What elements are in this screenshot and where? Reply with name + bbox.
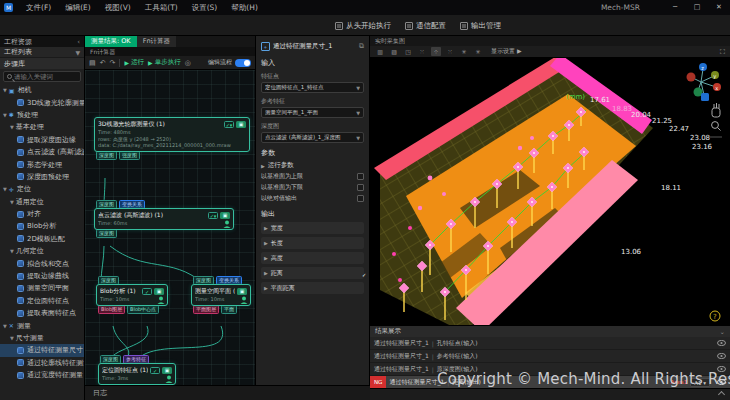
results-header[interactable]: 结果展示⌄ xyxy=(370,326,730,337)
grid-medium-icon[interactable]: ⁘ xyxy=(431,47,441,56)
output-manager-button[interactable]: 输出管理 xyxy=(460,21,501,31)
reference-feature-select[interactable]: 测量空间平面_1_平面▼ xyxy=(261,107,364,118)
tree-item[interactable]: 3D线激光轮廓测量仪 xyxy=(0,96,84,108)
param-checkbox-row[interactable]: 以绝对值输出 xyxy=(261,193,364,204)
port-intensity-map[interactable]: 强度图 xyxy=(119,151,140,160)
output-row-flatness[interactable]: ▶平面距离 xyxy=(261,282,364,294)
menu-toolbox[interactable]: 工具箱(T) xyxy=(138,3,185,13)
menu-view[interactable]: 视图(V) xyxy=(98,3,138,13)
tree-group[interactable]: ▼尺寸测量 xyxy=(0,332,84,344)
node-canvas[interactable]: 3D线激光轮廓测量仪 (1) ✓▾ ▣ Time: 480ms rows: 高度… xyxy=(85,70,255,385)
node-measure-plane[interactable]: 深度图 变换关系 测量空间平面 (1) ▣ Time: 10ms 平面图层 平面 xyxy=(191,276,251,314)
node-status-icon[interactable]: ✓ xyxy=(150,367,160,374)
tree-item[interactable]: 提取表面特征点 xyxy=(0,307,84,319)
tree-item-selected[interactable]: 通过特征测量尺寸 xyxy=(0,344,84,356)
collapse-sidebar-icon[interactable]: ‹ xyxy=(77,38,80,46)
output-row-distance[interactable]: ▶距离 xyxy=(261,267,364,279)
node-status-icon[interactable]: ✓ xyxy=(142,288,152,295)
depth-map-select[interactable]: 点云滤波 (高斯滤波)_1_深度图▼ xyxy=(261,132,364,143)
result-row[interactable]: 通过特征测量尺寸_1|孔特征点(输入) xyxy=(370,337,730,350)
param-checkbox-row[interactable]: 以基准面为下限 xyxy=(261,182,364,193)
port-plane[interactable]: 平面 xyxy=(221,305,237,314)
filter-icon[interactable]: ◎ xyxy=(185,58,191,68)
node-visualize-icon[interactable]: ▣ xyxy=(236,121,246,128)
tree-category-camera[interactable]: ▼▣相机 xyxy=(0,84,84,96)
snow-icon[interactable]: ✳ xyxy=(459,47,469,56)
tree-category-preprocess[interactable]: ▼✱预处理 xyxy=(0,109,84,121)
tab-fn-calculator[interactable]: Fn计算器 xyxy=(137,36,176,47)
checkbox-icon[interactable] xyxy=(357,195,364,202)
node-locate-circle-feature[interactable]: 深度图 参考特征 定位圆特征点 (1) ✓ ▣ Time: 3ms xyxy=(98,355,176,385)
node-cloud-filter[interactable]: 深度图 变换关系 点云滤波 (高斯滤波) (1) ✓▾ ▣ Time: 60ms xyxy=(94,200,234,238)
tree-item[interactable]: 2D模板匹配 xyxy=(0,233,84,245)
menu-edit[interactable]: 编辑(E) xyxy=(58,3,98,13)
port-blob-center[interactable]: Blob中心点 xyxy=(127,305,159,314)
node-status-icon[interactable]: ✓▾ xyxy=(224,121,234,128)
step-search-box[interactable] xyxy=(3,71,81,82)
run-button[interactable]: ▶运行 xyxy=(124,58,144,67)
communication-config-button[interactable]: 通信配置 xyxy=(405,21,446,31)
tree-item[interactable]: 深度图预处理 xyxy=(0,171,84,183)
eye-icon[interactable] xyxy=(717,340,726,346)
undo-icon[interactable]: ↶ xyxy=(100,58,106,68)
minimize-button[interactable]: ─ xyxy=(664,0,686,15)
eye-icon[interactable] xyxy=(717,353,726,359)
node-status-icon[interactable]: ✓▾ xyxy=(208,212,218,219)
tree-group[interactable]: ▼基本处理 xyxy=(0,121,84,133)
run-params-group[interactable]: ▶运行参数 xyxy=(261,160,364,171)
tree-item[interactable]: 定位圆特征点 xyxy=(0,295,84,307)
output-row-length[interactable]: ▶长度 xyxy=(261,237,364,249)
menu-file[interactable]: 文件(F) xyxy=(19,3,58,13)
tree-item[interactable]: 通过轮廓线特征测量 xyxy=(0,357,84,369)
log-bar[interactable]: 日志 xyxy=(85,385,370,400)
display-settings-button[interactable]: 显示设置 ▶ xyxy=(491,47,522,56)
tree-group[interactable]: ▼通用定位 xyxy=(0,196,84,208)
tab-measure-result[interactable]: 测量结果: OK xyxy=(85,36,137,47)
step-run-button[interactable]: ▶单步执行 xyxy=(148,58,181,67)
feature-point-select[interactable]: 定位圆特征点_1_特征点▼ xyxy=(261,82,364,93)
expand-icon[interactable]: ⛶ xyxy=(720,48,725,56)
checker-view-icon[interactable]: ▨ xyxy=(389,47,399,56)
tree-item[interactable]: 通过宽度特征测量 xyxy=(0,369,84,381)
project-list-dropdown[interactable]: 工程列表▼ xyxy=(0,47,84,58)
scene-3d[interactable]: (mm) 17.61 18.83 20.04 21.25 22.47 23.08… xyxy=(370,58,730,325)
maximize-button[interactable]: □ xyxy=(686,0,708,15)
tree-item[interactable]: 形态学处理 xyxy=(0,158,84,170)
tree-item[interactable]: 点云滤波 (高斯滤波) xyxy=(0,146,84,158)
tree-item[interactable]: 提取深度图边缘 xyxy=(0,134,84,146)
node-visualize-icon[interactable]: ▣ xyxy=(237,288,247,295)
tree-item[interactable]: 测量空间平面 xyxy=(0,282,84,294)
node-blob-analysis[interactable]: 深度图 Blob分析 (1) ✓ ▣ Time: 10ms Blob图层 Bl xyxy=(96,276,168,314)
close-button[interactable]: ✕ xyxy=(708,0,730,15)
checkbox-icon[interactable] xyxy=(357,184,364,191)
node-visualize-icon[interactable]: ▣ xyxy=(154,288,164,295)
snow2-icon[interactable]: ✳ xyxy=(473,47,483,56)
tree-category-locate[interactable]: ▼✛定位 xyxy=(0,183,84,195)
menu-help[interactable]: 帮助(H) xyxy=(224,3,265,13)
port-blob-layer[interactable]: Blob图层 xyxy=(98,305,125,314)
tree-item[interactable]: 拟合线和交点 xyxy=(0,257,84,269)
output-row-width[interactable]: ▶宽度 xyxy=(261,222,364,234)
menu-settings[interactable]: 设置(S) xyxy=(185,3,225,13)
tree-item[interactable]: 对齐 xyxy=(0,208,84,220)
grid-small-icon[interactable]: ⁙ xyxy=(417,47,427,56)
tree-category-measure[interactable]: ▼✕测量 xyxy=(0,319,84,331)
chevron-up-icon[interactable] xyxy=(718,391,725,398)
port-plane-layer[interactable]: 平面图层 xyxy=(193,305,219,314)
projection-view-icon[interactable]: ◳ xyxy=(403,47,413,56)
node-visualize-icon[interactable]: ▣ xyxy=(162,367,172,374)
grid-large-icon[interactable]: ⁙ xyxy=(445,47,455,56)
output-row-height[interactable]: ▶高度 xyxy=(261,252,364,264)
param-checkbox-row[interactable]: 以基准面为上限 xyxy=(261,171,364,182)
panel-layout-icon[interactable]: ⧉ xyxy=(359,42,364,50)
tree-item[interactable]: 提取边缘曲线 xyxy=(0,270,84,282)
search-input[interactable] xyxy=(14,73,78,81)
port-depth-map[interactable]: 深度图 xyxy=(96,229,117,238)
tree-item[interactable]: Blob分析 xyxy=(0,220,84,232)
port-depth-map[interactable]: 深度图 xyxy=(96,151,117,160)
result-row[interactable]: 通过特征测量尺寸_1|参考特征(输入) xyxy=(370,350,730,363)
tree-group-geometry[interactable]: ▼几何定位 xyxy=(0,245,84,257)
node-visualize-icon[interactable]: ▣ xyxy=(220,212,230,219)
redo-icon[interactable]: ↷ xyxy=(110,58,116,68)
point-view-icon[interactable]: ▥ xyxy=(375,47,385,56)
